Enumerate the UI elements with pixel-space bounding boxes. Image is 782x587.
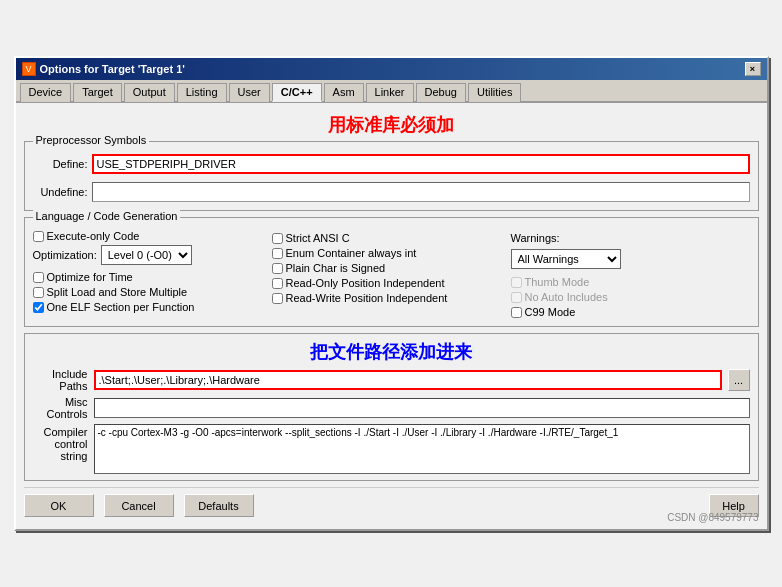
define-label: Define: <box>33 158 88 170</box>
c99-mode-check[interactable] <box>511 307 522 318</box>
undefine-row: Undefine: <box>33 182 750 202</box>
close-button[interactable]: × <box>745 62 761 76</box>
cancel-button[interactable]: Cancel <box>104 494 174 517</box>
enum-container-label: Enum Container always int <box>286 247 417 259</box>
dialog-title: Options for Target 'Target 1' <box>40 63 185 75</box>
plain-char-check[interactable] <box>272 263 283 274</box>
annotation-bottom: 把文件路径添加进来 <box>33 340 750 364</box>
one-elf-label: One ELF Section per Function <box>47 301 195 313</box>
preprocessor-group: Preprocessor Symbols Define: Undefine: <box>24 141 759 211</box>
misc-controls-input[interactable] <box>94 398 750 418</box>
plain-char-label: Plain Char is Signed <box>286 262 386 274</box>
defaults-button[interactable]: Defaults <box>184 494 254 517</box>
tab-user[interactable]: User <box>229 83 270 102</box>
tab-device[interactable]: Device <box>20 83 72 102</box>
compiler-string-label: Compiler control string <box>33 424 88 462</box>
lang-col3: Warnings: All Warnings Thumb Mode No Aut… <box>511 230 750 318</box>
ro-position-row: Read-Only Position Independent <box>272 277 511 289</box>
thumb-mode-label: Thumb Mode <box>525 276 590 288</box>
define-input[interactable] <box>92 154 750 174</box>
title-bar: V Options for Target 'Target 1' × <box>16 58 767 80</box>
tab-cpp[interactable]: C/C++ <box>272 83 322 102</box>
preprocessor-label: Preprocessor Symbols <box>33 134 150 146</box>
split-load-row: Split Load and Store Multiple <box>33 286 272 298</box>
optimize-time-label: Optimize for Time <box>47 271 133 283</box>
c99-mode-row: C99 Mode <box>511 306 750 318</box>
warnings-select[interactable]: All Warnings <box>511 249 621 269</box>
ro-position-label: Read-Only Position Independent <box>286 277 445 289</box>
title-bar-left: V Options for Target 'Target 1' <box>22 62 185 76</box>
warnings-label-text: Warnings: <box>511 232 560 244</box>
tab-debug[interactable]: Debug <box>416 83 466 102</box>
tabs-row: Device Target Output Listing User C/C++ … <box>16 80 767 103</box>
tab-target[interactable]: Target <box>73 83 122 102</box>
lang-col2: Strict ANSI C Enum Container always int … <box>272 230 511 318</box>
lang-col1: Execute-only Code Optimization: Level 0 … <box>33 230 272 318</box>
include-paths-input[interactable] <box>94 370 722 390</box>
no-auto-includes-label: No Auto Includes <box>525 291 608 303</box>
app-icon: V <box>22 62 36 76</box>
language-group: Language / Code Generation Execute-only … <box>24 217 759 327</box>
strict-ansi-check[interactable] <box>272 233 283 244</box>
thumb-mode-row: Thumb Mode <box>511 276 750 288</box>
watermark: CSDN @849579773 <box>667 512 758 523</box>
one-elf-check[interactable] <box>33 302 44 313</box>
language-grid: Execute-only Code Optimization: Level 0 … <box>33 230 750 318</box>
warnings-group-label: Warnings: <box>511 232 750 244</box>
execute-only-row: Execute-only Code <box>33 230 272 242</box>
undefine-input[interactable] <box>92 182 750 202</box>
rw-position-row: Read-Write Position Independent <box>272 292 511 304</box>
compiler-string-row: Compiler control string -c -cpu Cortex-M… <box>33 424 750 474</box>
no-auto-includes-check[interactable] <box>511 292 522 303</box>
dialog: V Options for Target 'Target 1' × Device… <box>14 56 769 531</box>
misc-controls-label: Misc Controls <box>33 396 88 420</box>
compiler-string-textarea[interactable]: -c -cpu Cortex-M3 -g -O0 -apcs=interwork… <box>94 424 750 474</box>
enum-container-row: Enum Container always int <box>272 247 511 259</box>
thumb-mode-check[interactable] <box>511 277 522 288</box>
optimize-time-check[interactable] <box>33 272 44 283</box>
optimization-label: Optimization: <box>33 249 97 261</box>
rw-position-label: Read-Write Position Independent <box>286 292 448 304</box>
bottom-buttons: OK Cancel Defaults CSDN @849579773 Help <box>24 487 759 521</box>
ok-button[interactable]: OK <box>24 494 94 517</box>
split-load-label: Split Load and Store Multiple <box>47 286 188 298</box>
language-label: Language / Code Generation <box>33 210 181 222</box>
execute-only-label: Execute-only Code <box>47 230 140 242</box>
include-paths-row: Include Paths ... <box>33 368 750 392</box>
misc-controls-row: Misc Controls <box>33 396 750 420</box>
optimize-time-row: Optimize for Time <box>33 271 272 283</box>
tab-asm[interactable]: Asm <box>324 83 364 102</box>
tab-listing[interactable]: Listing <box>177 83 227 102</box>
rw-position-check[interactable] <box>272 293 283 304</box>
optimization-select[interactable]: Level 0 (-O0) <box>101 245 192 265</box>
include-section: 把文件路径添加进来 Include Paths ... Misc Control… <box>24 333 759 481</box>
split-load-check[interactable] <box>33 287 44 298</box>
undefine-label: Undefine: <box>33 186 88 198</box>
content-area: 用标准库必须加 Preprocessor Symbols Define: Und… <box>16 103 767 529</box>
include-paths-label: Include Paths <box>33 368 88 392</box>
define-row: Define: <box>33 154 750 174</box>
ro-position-check[interactable] <box>272 278 283 289</box>
strict-ansi-row: Strict ANSI C <box>272 232 511 244</box>
optimization-row: Optimization: Level 0 (-O0) <box>33 245 272 265</box>
c99-mode-label: C99 Mode <box>525 306 576 318</box>
tab-output[interactable]: Output <box>124 83 175 102</box>
one-elf-row: One ELF Section per Function <box>33 301 272 313</box>
tab-linker[interactable]: Linker <box>366 83 414 102</box>
browse-button[interactable]: ... <box>728 369 750 391</box>
plain-char-row: Plain Char is Signed <box>272 262 511 274</box>
enum-container-check[interactable] <box>272 248 283 259</box>
strict-ansi-label: Strict ANSI C <box>286 232 350 244</box>
execute-only-check[interactable] <box>33 231 44 242</box>
no-auto-includes-row: No Auto Includes <box>511 291 750 303</box>
tab-utilities[interactable]: Utilities <box>468 83 521 102</box>
